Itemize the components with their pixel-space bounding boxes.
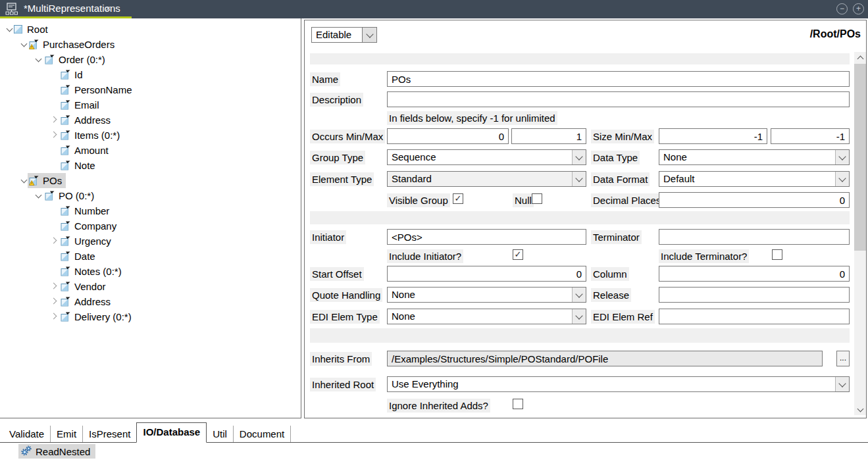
tree-item-pos[interactable]: POs [0,173,300,188]
include-terminator-checkbox[interactable] [772,249,782,260]
tree-item-body[interactable]: Id [59,67,87,82]
collapse-circle-button[interactable]: − [836,3,848,14]
tree-item-vendor[interactable]: Vendor [0,279,300,294]
edit-mode-dropdown[interactable]: Editable [311,27,377,43]
release-input[interactable] [659,287,850,303]
tree-item-number[interactable]: Number [0,203,300,218]
visible-group-checkbox[interactable]: ✓ [453,193,463,204]
script-item-readnested[interactable]: ReadNested [18,444,95,459]
description-input[interactable] [387,91,850,107]
tab-emit[interactable]: Emit [51,426,83,442]
size-min-input[interactable] [659,128,767,144]
expander-icon[interactable] [48,236,59,246]
chevron-down-icon[interactable] [835,172,849,186]
expander-icon[interactable] [48,296,59,307]
expander-icon[interactable] [48,311,59,322]
chevron-down-icon[interactable] [835,150,849,164]
chevron-down-icon[interactable] [835,377,849,391]
chevron-down-icon[interactable] [572,309,586,324]
tree-item-personname[interactable]: PersonName [0,82,300,97]
tree-item-body[interactable]: Root [12,22,52,37]
tree-item-address[interactable]: Address [0,113,300,128]
document-tab[interactable]: *MultiRepresentations × [0,0,132,18]
tree-item-root[interactable]: Root [0,22,300,37]
tree-item-body[interactable]: Urgency [59,234,115,249]
tree-item-urgency[interactable]: Urgency [0,234,300,249]
tree-item-body[interactable]: Number [59,203,113,218]
chevron-down-icon[interactable] [572,172,586,186]
tree-item-amount[interactable]: Amount [0,143,300,158]
group-type-dropdown[interactable]: Sequence [387,149,586,165]
null-checkbox[interactable] [532,193,542,204]
initiator-input[interactable] [387,229,586,245]
scroll-up-icon[interactable] [854,52,866,63]
vertical-scrollbar[interactable] [854,52,866,415]
occurs-max-input[interactable] [511,128,586,144]
terminator-input[interactable] [659,229,850,245]
tree-item-id[interactable]: Id [0,67,300,82]
tree-item-body[interactable]: Vendor [59,279,110,294]
expander-icon[interactable] [34,190,44,201]
tree-item-body[interactable]: Email [59,97,103,113]
tree-item-body[interactable]: Amount [59,143,113,158]
tab-ispresent[interactable]: IsPresent [83,426,137,442]
tree-item-date[interactable]: Date [0,249,300,264]
chevron-down-icon[interactable] [362,28,376,42]
tree-item-body[interactable]: PO (0:*) [43,188,98,203]
inherits-from-input[interactable] [387,351,823,366]
tree-item-order-0[interactable]: Order (0:*) [0,52,300,67]
include-initiator-checkbox[interactable]: ✓ [513,249,523,260]
close-icon[interactable]: × [105,0,111,16]
scroll-down-icon[interactable] [854,404,866,415]
tree-item-body[interactable]: Items (0:*) [59,128,124,143]
tree-item-body[interactable]: Order (0:*) [43,52,109,67]
occurs-min-input[interactable] [387,128,509,144]
name-input[interactable] [387,71,850,87]
tree-item-po-0[interactable]: PO (0:*) [0,188,300,203]
tree-item-company[interactable]: Company [0,218,300,234]
tab-io-database[interactable]: IO/Database [136,422,207,443]
tree-item-note[interactable]: Note [0,158,300,173]
tree-item-items-0[interactable]: Items (0:*) [0,128,300,143]
tree-item-body[interactable]: Address [59,113,115,128]
expand-circle-button[interactable]: + [853,3,864,14]
column-input[interactable] [659,266,850,282]
structure-node-icon [61,115,70,125]
chevron-down-icon[interactable] [572,288,586,302]
browse-button[interactable]: ... [836,351,850,366]
edi-elem-type-dropdown[interactable]: None [387,309,586,324]
tab-document[interactable]: Document [234,426,291,442]
quote-handling-dropdown[interactable]: None [387,287,586,303]
tree-item-address[interactable]: Address [0,294,300,309]
data-format-dropdown[interactable]: Default [659,171,850,187]
tree-item-body[interactable]: PurchaseOrders [28,37,118,52]
scrollbar-thumb[interactable] [854,64,866,251]
tree-item-body[interactable]: PersonName [59,82,136,97]
data-type-dropdown[interactable]: None [659,149,850,165]
tree-item-body[interactable]: Notes (0:*) [59,264,126,279]
tree-item-email[interactable]: Email [0,97,300,113]
start-offset-input[interactable] [387,266,586,282]
expander-icon[interactable] [48,114,59,125]
tree-item-body[interactable]: Delivery (0:*) [59,309,136,324]
tree-item-purchaseorders[interactable]: PurchaseOrders [0,37,300,52]
expander-icon[interactable] [34,54,44,64]
tree-item-body[interactable]: Address [59,294,115,309]
tree-item-body[interactable]: Note [59,158,99,173]
chevron-down-icon[interactable] [572,150,586,164]
tree-item-body[interactable]: POs [28,173,66,188]
element-type-dropdown[interactable]: Standard [387,171,586,187]
ignore-inherited-adds-checkbox[interactable] [513,399,523,409]
tree-item-body[interactable]: Company [59,218,120,234]
inherited-root-dropdown[interactable]: Use Everything [387,376,850,392]
tree-item-body[interactable]: Date [59,249,99,264]
tree-item-delivery-0[interactable]: Delivery (0:*) [0,309,300,324]
tab-validate[interactable]: Validate [3,426,51,442]
edi-elem-ref-input[interactable] [659,309,850,324]
tab-util[interactable]: Util [207,426,234,442]
tree-item-notes-0[interactable]: Notes (0:*) [0,264,300,279]
expander-icon[interactable] [48,281,59,291]
expander-icon[interactable] [48,130,59,140]
decimal-places-input[interactable] [659,192,850,208]
size-max-input[interactable] [771,128,850,144]
